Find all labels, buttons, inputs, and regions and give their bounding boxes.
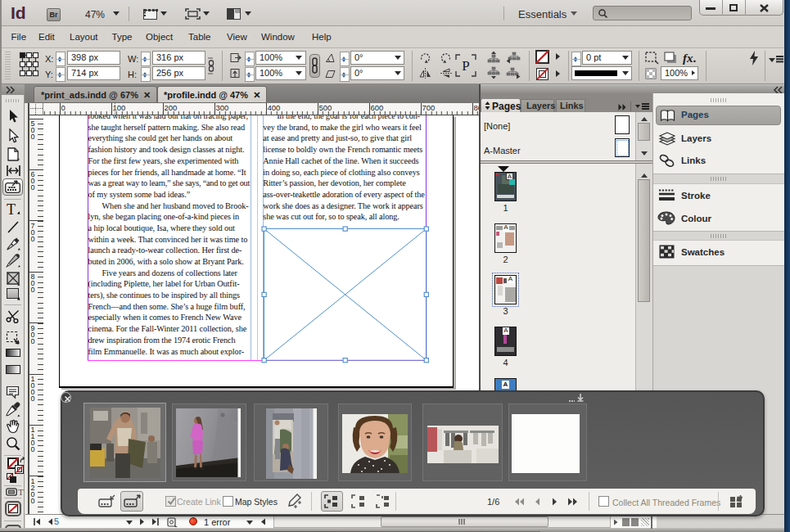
svg-text:P: P — [462, 58, 469, 74]
